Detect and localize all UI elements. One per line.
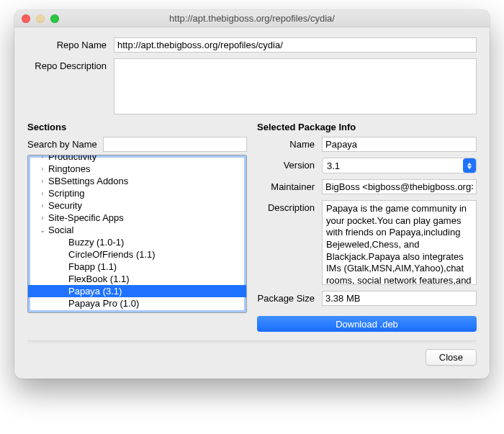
tree-item-label: Site-Specific Apps xyxy=(48,212,124,223)
chevron-right-icon[interactable]: › xyxy=(38,177,47,185)
package-version-label: Version xyxy=(257,158,322,171)
tree-section[interactable]: ›Site-Specific Apps xyxy=(28,212,246,224)
titlebar[interactable]: http://apt.thebigboss.org/repofiles/cydi… xyxy=(14,10,490,27)
tree-item-label: Social xyxy=(48,225,73,235)
tree-section[interactable]: ›Productivity xyxy=(28,155,246,163)
tree-section[interactable]: ›Security xyxy=(28,199,246,212)
tree-item-label: Ringtones xyxy=(48,163,91,174)
chevron-right-icon[interactable]: › xyxy=(38,214,47,222)
dropdown-arrows-icon xyxy=(463,158,476,173)
package-info-heading: Selected Package Info xyxy=(257,122,477,132)
chevron-right-icon[interactable]: › xyxy=(38,202,47,209)
divider xyxy=(27,340,477,345)
tree-item-label: Papaya Pro (1.0) xyxy=(68,298,139,309)
package-size-input[interactable] xyxy=(322,291,477,306)
chevron-right-icon[interactable]: › xyxy=(38,155,47,161)
tree-item-label: FlexBook (1.1) xyxy=(68,273,130,284)
package-version-select[interactable]: 3.1 xyxy=(322,158,477,173)
tree-item-label: Fbapp (1.1) xyxy=(68,261,117,272)
tree-item[interactable]: FlexBook (1.1) xyxy=(28,273,246,285)
zoom-window-icon[interactable] xyxy=(50,14,59,23)
window-title: http://apt.thebigboss.org/repofiles/cydi… xyxy=(14,13,490,24)
tree-item[interactable]: Fbapp (1.1) xyxy=(28,261,246,273)
tree-item-label: Papaya (3.1) xyxy=(68,286,122,297)
package-name-input[interactable] xyxy=(322,137,477,152)
tree-item[interactable]: Papaya Pro (1.0) xyxy=(28,297,246,309)
close-button[interactable]: Close xyxy=(426,349,477,366)
chevron-right-icon[interactable]: › xyxy=(38,165,47,173)
tree-item[interactable]: Buzzy (1.0-1) xyxy=(28,236,246,248)
package-maintainer-label: Maintainer xyxy=(257,179,322,192)
search-input[interactable] xyxy=(103,137,247,152)
tree-section[interactable]: ⌄Social xyxy=(28,224,246,236)
tree-item-label: Post Factory (1.0.3.1) xyxy=(68,310,158,313)
tree-item[interactable]: Papaya (3.1) xyxy=(28,285,246,297)
chevron-right-icon[interactable]: › xyxy=(38,189,47,197)
tree-section[interactable]: ›SBSettings Addons xyxy=(28,175,246,187)
tree-item[interactable]: CircleOfFriends (1.1) xyxy=(28,248,246,261)
close-window-icon[interactable] xyxy=(22,14,30,23)
sections-heading: Sections xyxy=(27,122,247,132)
tree-item-label: Scripting xyxy=(48,188,85,199)
dialog-window: http://apt.thebigboss.org/repofiles/cydi… xyxy=(14,10,490,379)
package-version-value: 3.1 xyxy=(327,161,340,171)
tree-section[interactable]: ›Ringtones xyxy=(28,163,246,175)
download-deb-button[interactable]: Download .deb xyxy=(257,316,477,332)
tree-item-label: SBSettings Addons xyxy=(48,176,128,186)
package-name-label: Name xyxy=(257,137,322,150)
repo-name-label: Repo Name xyxy=(27,37,114,50)
repo-name-input[interactable] xyxy=(114,37,477,53)
package-size-label: Package Size xyxy=(257,291,322,304)
minimize-window-icon xyxy=(36,14,45,23)
package-description-label: Description xyxy=(257,200,322,213)
tree-item[interactable]: Post Factory (1.0.3.1) xyxy=(28,309,246,313)
package-description-text[interactable]: Papaya is the game community in your poc… xyxy=(322,200,477,285)
tree-item-label: Buzzy (1.0-1) xyxy=(68,237,124,248)
search-by-name-label: Search by Name xyxy=(27,139,97,150)
tree-section[interactable]: ›Scripting xyxy=(28,187,246,199)
package-maintainer-input[interactable] xyxy=(322,179,477,194)
tree-item-label: Security xyxy=(48,200,82,211)
tree-item-label: Productivity xyxy=(48,155,96,162)
chevron-down-icon[interactable]: ⌄ xyxy=(38,226,47,234)
repo-description-label: Repo Description xyxy=(27,58,114,71)
tree-item-label: CircleOfFriends (1.1) xyxy=(68,249,156,260)
repo-description-textarea[interactable] xyxy=(114,58,477,114)
sections-tree[interactable]: ›Productivity›Ringtones›SBSettings Addon… xyxy=(27,155,247,313)
